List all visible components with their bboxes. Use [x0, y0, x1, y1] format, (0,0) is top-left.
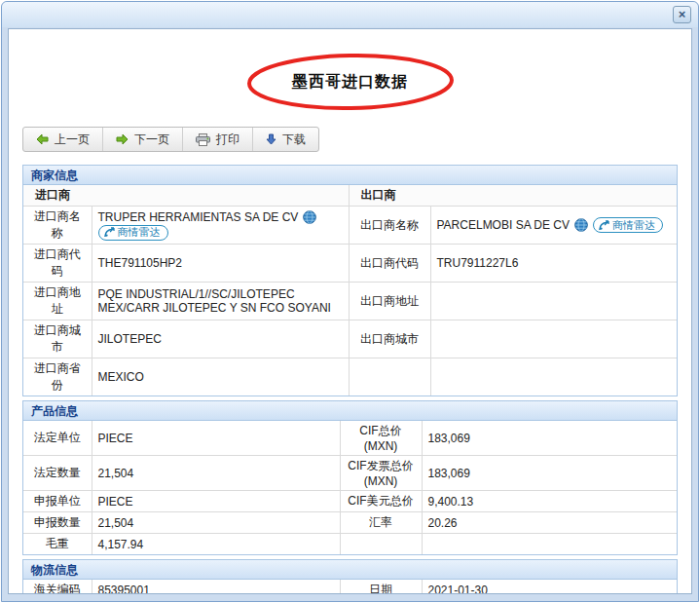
exporter-code-value: TRU7911227L6	[430, 245, 677, 283]
importer-address-label: 进口商地址	[23, 283, 92, 320]
importer-state-value: MEXICO	[92, 358, 349, 396]
exporter-column-header: 出口商	[349, 185, 677, 207]
gross-weight-value: 4,157.94	[92, 534, 340, 555]
toolbar: 上一页 下一页 打印 下载	[22, 127, 319, 152]
globe-icon[interactable]	[303, 210, 316, 224]
section-product-info: 产品信息 法定单位 PIECE CIF总价(MXN) 183,069 法定数量 …	[22, 400, 678, 555]
importer-code-value: THE791105HP2	[92, 245, 349, 283]
product-table: 法定单位 PIECE CIF总价(MXN) 183,069 法定数量 21,50…	[23, 421, 677, 554]
gross-weight-label: 毛重	[23, 534, 92, 555]
table-row: 进口商 出口商	[23, 185, 677, 207]
legal-qty-label: 法定数量	[23, 456, 92, 491]
radar-icon	[104, 227, 115, 238]
business-radar-badge[interactable]: 商情雷达	[593, 217, 663, 233]
download-label: 下载	[282, 132, 306, 148]
print-label: 打印	[216, 132, 239, 148]
exporter-city-label: 出口商城市	[349, 320, 430, 358]
close-icon[interactable]: ×	[673, 6, 691, 23]
exporter-address-label: 出口商地址	[349, 283, 430, 320]
printer-icon	[196, 133, 210, 146]
radar-badge-label: 商情雷达	[118, 225, 161, 240]
section-logistics-info: 物流信息 海关编码 85395001 日期 2021-01-30 原产国 CHI…	[22, 559, 678, 594]
cif-usd-label: CIF美元总价	[340, 491, 422, 512]
declared-qty-label: 申报数量	[23, 512, 92, 534]
importer-address-value: PQE INDUSTRIAL/1//SC/JILOTEPEC MEX/CARR …	[92, 283, 349, 320]
table-row: 海关编码 85395001 日期 2021-01-30	[23, 580, 677, 594]
empty-cell	[340, 534, 422, 555]
arrow-left-icon	[36, 133, 49, 145]
exporter-address-value	[430, 283, 677, 320]
exchange-rate-value: 20.26	[422, 512, 677, 534]
table-row: 进口商省份 MEXICO	[23, 358, 677, 396]
print-button[interactable]: 打印	[183, 128, 253, 151]
importer-city-label: 进口商城市	[23, 320, 92, 358]
declared-qty-value: 21,504	[92, 512, 340, 534]
sections: 商家信息 进口商 出口商 进口商名称 TRUPER HERRAMIENTAS S…	[22, 165, 678, 594]
globe-icon[interactable]	[574, 218, 588, 232]
empty-cell	[349, 358, 430, 396]
dialog-content-panel: 墨西哥进口数据 上一页 下一页 打印	[8, 28, 692, 594]
radar-icon	[599, 220, 609, 231]
date-value: 2021-01-30	[422, 580, 677, 594]
importer-state-label: 进口商省份	[23, 358, 92, 396]
merchant-table: 进口商 出口商 进口商名称 TRUPER HERRAMIENTAS SA DE …	[23, 185, 677, 396]
table-row: 进口商城市 JILOTEPEC 出口商城市	[23, 320, 677, 358]
page-title: 墨西哥进口数据	[292, 72, 408, 93]
importer-city-value: JILOTEPEC	[92, 320, 349, 358]
exporter-name-value: PARCELMOBI SA DE CV	[437, 218, 570, 232]
table-row: 进口商地址 PQE INDUSTRIAL/1//SC/JILOTEPEC MEX…	[23, 283, 677, 320]
exchange-rate-label: 汇率	[340, 512, 422, 534]
dialog-titlebar: ×	[2, 2, 698, 27]
importer-name-label: 进口商名称	[23, 207, 92, 245]
logistics-table: 海关编码 85395001 日期 2021-01-30 原产国 CHINA 运输…	[23, 580, 677, 594]
product-section-title: 产品信息	[23, 401, 677, 421]
cif-total-label: CIF总价(MXN)	[340, 421, 422, 456]
importer-name-cell: TRUPER HERRAMIENTAS SA DE CV	[92, 207, 349, 245]
merchant-section-title: 商家信息	[23, 166, 677, 185]
table-row: 毛重 4,157.94	[23, 534, 677, 555]
next-page-button[interactable]: 下一页	[103, 128, 183, 151]
cif-total-value: 183,069	[422, 421, 677, 456]
cif-invoice-label: CIF发票总价(MXN)	[340, 456, 422, 491]
dialog-window: × 墨西哥进口数据 上一页 下一页	[1, 1, 699, 602]
table-row: 申报数量 21,504 汇率 20.26	[23, 512, 677, 534]
importer-name-value: TRUPER HERRAMIENTAS SA DE CV	[98, 210, 299, 224]
table-row: 申报单位 PIECE CIF美元总价 9,400.13	[23, 491, 677, 512]
radar-badge-label: 商情雷达	[612, 218, 655, 233]
date-label: 日期	[340, 580, 422, 594]
hs-code-label: 海关编码	[23, 580, 92, 594]
table-row: 法定数量 21,504 CIF发票总价(MXN) 183,069	[23, 456, 677, 491]
importer-code-label: 进口商代码	[23, 245, 92, 283]
table-row: 进口商名称 TRUPER HERRAMIENTAS SA DE CV	[23, 207, 677, 245]
cif-invoice-value: 183,069	[422, 456, 677, 491]
arrow-down-icon	[266, 133, 276, 145]
table-row: 进口商代码 THE791105HP2 出口商代码 TRU7911227L6	[23, 245, 677, 283]
hs-code-value: 85395001	[92, 580, 340, 594]
legal-qty-value: 21,504	[92, 456, 340, 491]
section-merchant-info: 商家信息 进口商 出口商 进口商名称 TRUPER HERRAMIENTAS S…	[22, 165, 678, 396]
table-row: 法定单位 PIECE CIF总价(MXN) 183,069	[23, 421, 677, 456]
declared-unit-label: 申报单位	[23, 491, 92, 512]
empty-cell	[430, 358, 677, 396]
exporter-city-value	[430, 320, 677, 358]
importer-column-header: 进口商	[23, 185, 349, 207]
legal-unit-value: PIECE	[92, 421, 340, 456]
cif-usd-value: 9,400.13	[422, 491, 677, 512]
empty-cell	[422, 534, 677, 555]
next-page-label: 下一页	[134, 132, 169, 148]
business-radar-badge[interactable]: 商情雷达	[98, 225, 168, 241]
prev-page-label: 上一页	[55, 132, 90, 148]
arrow-right-icon	[116, 133, 129, 145]
title-area: 墨西哥进口数据	[22, 57, 678, 107]
exporter-code-label: 出口商代码	[349, 245, 430, 283]
exporter-name-cell: PARCELMOBI SA DE CV	[430, 207, 677, 245]
prev-page-button[interactable]: 上一页	[23, 128, 103, 151]
exporter-name-label: 出口商名称	[349, 207, 430, 245]
legal-unit-label: 法定单位	[23, 421, 92, 456]
logistics-section-title: 物流信息	[23, 560, 677, 580]
declared-unit-value: PIECE	[92, 491, 340, 512]
download-button[interactable]: 下载	[253, 128, 318, 151]
